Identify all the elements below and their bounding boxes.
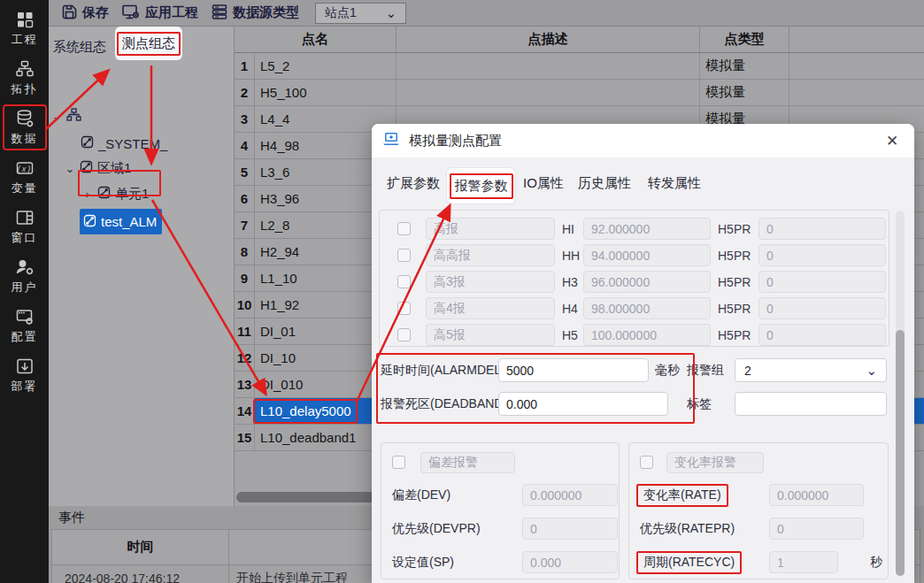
save-button[interactable]: 保存: [61, 4, 109, 23]
h4-priority-input: [758, 297, 886, 319]
apply-project-label: 应用工程: [145, 4, 198, 21]
tab-forward-props[interactable]: 转发属性: [648, 175, 701, 192]
alarm-group-select[interactable]: 2 ⌄: [735, 358, 887, 382]
alarm-delay-input[interactable]: [498, 358, 649, 382]
hh-code-label: HH: [562, 244, 580, 266]
sidebar-item-users[interactable]: 用户: [3, 253, 47, 299]
h4-code-label: H4: [562, 297, 578, 319]
chevron-down-icon: ⌄: [866, 367, 877, 374]
point-desc: [397, 53, 700, 79]
station-select[interactable]: 站点1 ⌄: [315, 3, 406, 24]
top-toolbar: 保存 应用工程 数据源类型 站点1 ⌄: [49, 0, 924, 27]
tree-node-label: _SYSTEM_: [98, 136, 167, 151]
column-header-name[interactable]: 点名: [235, 27, 397, 52]
datasource-type-label: 数据源类型: [233, 4, 299, 21]
h4-alarm-checkbox[interactable]: [397, 302, 411, 315]
tree-node-test-alm[interactable]: test_ALM: [80, 209, 162, 234]
tree-node-system[interactable]: _SYSTEM_: [81, 132, 167, 155]
sidebar-item-config[interactable]: 配置: [3, 303, 47, 349]
server-icon: [211, 4, 228, 23]
tree-node-area[interactable]: ⌄ 区域1: [65, 157, 131, 180]
row-index: 7: [235, 212, 255, 238]
row-index: 15: [235, 425, 255, 450]
monitor-gear-icon: [121, 4, 141, 23]
apply-project-button[interactable]: 应用工程: [121, 4, 198, 23]
hi-alarm-checkbox[interactable]: [397, 222, 411, 235]
chevron-down-icon: ⌄: [385, 9, 397, 18]
dialog-scrollbar-thumb[interactable]: [896, 330, 905, 576]
dialog-titlebar: 模拟量测点配置 ✕: [372, 124, 914, 157]
sidebar-item-topology[interactable]: 拓扑: [3, 55, 47, 101]
row-index: 4: [235, 133, 255, 158]
sidebar-item-project[interactable]: 工程: [3, 5, 47, 51]
save-icon: [61, 4, 78, 23]
sidebar-item-windows[interactable]: 窗口: [3, 203, 47, 249]
tab-io-props[interactable]: IO属性: [523, 175, 564, 192]
tab-history-props[interactable]: 历史属性: [578, 175, 631, 192]
deploy-icon: [15, 357, 35, 376]
dev-label: 偏差(DEV): [392, 484, 450, 507]
tab-extended-params[interactable]: 扩展参数: [387, 175, 440, 192]
dialog-title: 模拟量测点配置: [409, 133, 502, 150]
ratepr-row: 优先级(RATEPR): [629, 518, 888, 541]
deadband-input[interactable]: [498, 392, 668, 416]
datasource-type-button[interactable]: 数据源类型: [211, 4, 299, 23]
expander-closed-icon[interactable]: ›: [82, 188, 93, 201]
table-row[interactable]: 1L5_2模拟量: [235, 53, 924, 80]
h5-limit-input: [583, 324, 711, 346]
alarm-row-hh: HH H5PR: [380, 244, 889, 266]
row-index: 5: [235, 159, 255, 185]
sp-row: 设定值(SP): [381, 551, 619, 574]
panel-tabs: 系统组态 测点组态: [49, 27, 234, 64]
row-index: 1: [235, 53, 255, 79]
hh-priority-code-label: H5PR: [718, 244, 751, 266]
column-header-extra: [789, 27, 924, 52]
expander-open-icon[interactable]: ⌄: [65, 162, 75, 175]
sidebar-item-deploy[interactable]: 部署: [3, 352, 47, 398]
tree-root-node[interactable]: ⌄: [51, 104, 81, 127]
rate-input: [769, 484, 864, 506]
devpr-label: 优先级(DEVPR): [392, 518, 481, 541]
topology-icon: [15, 59, 35, 79]
column-header-type[interactable]: 点类型: [700, 27, 789, 52]
hh-priority-input: [758, 244, 886, 266]
tab-system-config[interactable]: 系统组态: [53, 39, 106, 56]
row-index: 2: [235, 80, 255, 105]
left-nav-sidebar: 工程 拓扑 数据 (x) 变量 窗口 用户 配置 部署: [0, 0, 49, 583]
laptop-icon: [382, 132, 400, 150]
close-icon[interactable]: ✕: [882, 131, 902, 150]
alarm-row-h4: H4 H5PR: [380, 297, 889, 319]
tag-input[interactable]: [735, 392, 887, 416]
deadband-row: 报警死区(DEADBAND) 标签: [372, 392, 914, 416]
h3-limit-input: [583, 271, 711, 293]
sidebar-item-data[interactable]: 数据: [3, 104, 47, 150]
hh-alarm-name-input: [426, 244, 555, 266]
window-icon: [15, 208, 35, 227]
expander-open-icon[interactable]: ⌄: [51, 110, 62, 123]
points-table-header: 点名 点描述 点类型: [235, 27, 924, 53]
ratepr-input: [769, 518, 864, 540]
deviation-alarm-checkbox[interactable]: [392, 456, 405, 469]
tree-node-unit[interactable]: › 单元1: [82, 182, 149, 205]
row-index: 3: [235, 106, 255, 132]
scada-config-app: 工程 拓扑 数据 (x) 变量 窗口 用户 配置 部署: [0, 0, 924, 583]
rate-alarm-checkbox[interactable]: [640, 456, 653, 469]
dev-input: [522, 484, 618, 506]
tab-points-config[interactable]: 测点组态: [115, 27, 182, 60]
alarm-group-value: 2: [744, 364, 751, 378]
sidebar-item-label: 部署: [12, 379, 38, 395]
rate-row: 变化率(RATE): [629, 484, 888, 507]
column-header-desc[interactable]: 点描述: [397, 27, 700, 52]
hh-alarm-checkbox[interactable]: [397, 249, 411, 262]
point-type: 模拟量: [700, 53, 789, 79]
point-desc: [397, 80, 700, 105]
column-header-time[interactable]: 时间: [52, 530, 229, 564]
table-row[interactable]: 2H5_100模拟量: [235, 80, 924, 106]
tab-alarm-params[interactable]: 报警参数: [447, 168, 515, 203]
event-time: 2024-08-20 17:46:12: [52, 565, 229, 583]
row-index: 9: [235, 265, 255, 291]
h3-alarm-checkbox[interactable]: [397, 275, 411, 288]
sidebar-item-label: 窗口: [12, 230, 38, 246]
h5-alarm-checkbox[interactable]: [397, 328, 411, 341]
sidebar-item-variables[interactable]: (x) 变量: [3, 154, 47, 200]
